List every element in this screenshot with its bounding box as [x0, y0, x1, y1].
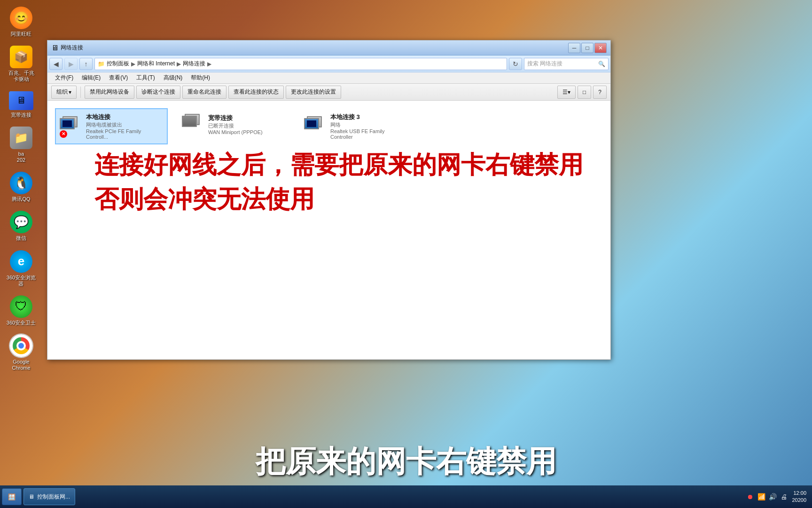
qq-icon: 🐧 — [10, 172, 32, 194]
tray-print-icon: 🖨 — [780, 492, 788, 501]
organize-button[interactable]: 组织 ▾ — [51, 86, 77, 99]
search-bar[interactable]: 搜索 网络连接 🔍 — [524, 58, 609, 70]
window-title: 网络连接 — [61, 44, 83, 52]
360guard-label: 360安全卫士 — [7, 320, 36, 326]
wechat-label: 微信 — [16, 235, 26, 241]
change-settings-button[interactable]: 更改此连接的设置 — [286, 86, 341, 99]
windows-logo: 🪟 — [8, 493, 16, 500]
connection-local3-icon — [304, 115, 327, 138]
broadband-name: 宽带连接 — [208, 114, 263, 122]
address-bar[interactable]: 📁 控制面板 ▶ 网络和 Internet ▶ 网络连接 ▶ — [94, 58, 507, 70]
overlay-line2: 否则会冲突无法使用 — [94, 182, 601, 216]
content-area: ✕ 本地连接 网络电缆被拔出 Realtek PCIe FE Family Co… — [47, 101, 610, 359]
system-clock: 12:00 20200 — [792, 490, 806, 504]
search-placeholder: 搜索 网络连接 — [527, 60, 562, 68]
view-status-button[interactable]: 查看此连接的状态 — [228, 86, 284, 99]
bottom-caption: 把原来的网卡右键禁用 — [0, 441, 812, 482]
desktop-icon-qq[interactable]: 🐧 腾讯QQ — [2, 170, 40, 204]
disable-device-button[interactable]: 禁用此网络设备 — [85, 86, 134, 99]
desktop-icon-wechat[interactable]: 💬 微信 — [2, 209, 40, 243]
desktop-icon-winrar[interactable]: 📦 百兆、千兆卡驱动 — [2, 44, 40, 84]
connection-local1[interactable]: ✕ 本地连接 网络电缆被拔出 Realtek PCIe FE Family Co… — [55, 108, 168, 144]
forward-button[interactable]: ▶ — [64, 58, 78, 70]
connection-local3[interactable]: 本地连接 3 网络 Realtek USB FE Family Controll… — [299, 108, 412, 144]
clock-date: 20200 — [792, 497, 806, 504]
connection-broadband[interactable]: 宽带连接 已断开连接 WAN Miniport (PPPOE) — [177, 108, 290, 140]
maximize-button[interactable]: □ — [581, 43, 593, 53]
broadband-status: 已断开连接 — [208, 122, 263, 129]
menu-tools[interactable]: 工具(T) — [133, 73, 158, 83]
desktop-icon-lan[interactable]: 🖥 宽带连接 — [2, 89, 40, 120]
overlay-line1: 连接好网线之后，需要把原来的网卡右键禁用 — [94, 148, 601, 182]
title-bar-left: 🖥 网络连接 — [51, 44, 83, 52]
up-button[interactable]: ↑ — [79, 58, 93, 70]
menu-advanced[interactable]: 高级(N) — [160, 73, 187, 83]
lan-label: 宽带连接 — [11, 112, 31, 118]
local3-name: 本地连接 3 — [330, 113, 407, 121]
organize-arrow: ▾ — [69, 89, 71, 95]
rename-button[interactable]: 重命名此连接 — [182, 86, 226, 99]
disable-device-label: 禁用此网络设备 — [90, 88, 129, 96]
broadband-adapter: WAN Miniport (PPPOE) — [208, 129, 263, 135]
desktop-icon-aliwangwang[interactable]: 😊 阿里旺旺 — [2, 5, 40, 39]
view-status-label: 查看此连接的状态 — [234, 88, 279, 96]
taskbar: 🪟 🖥 控制面板网... ⏺ 📶 🔊 🖨 12:00 20200 — [0, 485, 812, 508]
desktop-icon-360guard[interactable]: 🛡 360安全卫士 — [2, 294, 40, 328]
menu-help[interactable]: 帮助(H) — [187, 73, 214, 83]
start-button[interactable]: 🪟 — [2, 488, 22, 505]
taskbar-cp-label: 控制面板网... — [37, 493, 70, 501]
menu-edit[interactable]: 编辑(E) — [78, 73, 104, 83]
taskbar-right: ⏺ 📶 🔊 🖨 12:00 20200 — [746, 490, 810, 504]
aliwangwang-label: 阿里旺旺 — [11, 31, 31, 37]
360browser-icon: e — [10, 250, 32, 273]
nav-bar: ◀ ▶ ↑ 📁 控制面板 ▶ 网络和 Internet ▶ 网络连接 ▶ ↻ 搜… — [47, 56, 610, 72]
taskbar-controlpanel[interactable]: 🖥 控制面板网... — [23, 488, 75, 505]
search-icon: 🔍 — [598, 61, 605, 67]
breadcrumb-network[interactable]: 网络和 Internet — [137, 60, 175, 68]
refresh-button[interactable]: ↻ — [509, 58, 522, 70]
help-button-toolbar[interactable]: ? — [593, 86, 607, 99]
diagnose-button[interactable]: 诊断这个连接 — [136, 86, 180, 99]
diagnose-label: 诊断这个连接 — [141, 88, 175, 96]
chrome-icon — [10, 334, 32, 357]
placeholder-icon: 📁 — [10, 127, 32, 149]
title-bar-controls: ─ □ ✕ — [568, 43, 607, 53]
placeholder-label: ba202 — [17, 151, 25, 163]
system-tray: ⏺ 📶 🔊 🖨 — [746, 492, 788, 501]
rename-label: 重命名此连接 — [187, 88, 221, 96]
connections-container: ✕ 本地连接 网络电缆被拔出 Realtek PCIe FE Family Co… — [47, 101, 610, 152]
back-button[interactable]: ◀ — [49, 58, 62, 70]
menu-view[interactable]: 查看(V) — [105, 73, 132, 83]
local3-status: 网络 — [330, 121, 407, 128]
toolbar-separator-1 — [80, 87, 81, 98]
desktop-icon-360browser[interactable]: e 360安全浏览器 — [2, 248, 40, 289]
connection-broadband-icon — [182, 113, 204, 135]
close-button[interactable]: ✕ — [594, 43, 607, 53]
winrar-label: 百兆、千兆卡驱动 — [8, 70, 34, 82]
360browser-label: 360安全浏览器 — [7, 275, 36, 287]
desktop-icon-placeholder[interactable]: 📁 ba202 — [2, 125, 40, 165]
lan-icon: 🖥 — [9, 91, 33, 110]
overlay-annotation: 连接好网线之后，需要把原来的网卡右键禁用 否则会冲突无法使用 — [94, 148, 601, 216]
breadcrumb-connections[interactable]: 网络连接 — [183, 60, 205, 68]
winrar-icon: 📦 — [10, 46, 32, 68]
desktop-icons-container: 😊 阿里旺旺 📦 百兆、千兆卡驱动 🖥 宽带连接 📁 ba202 — [0, 0, 42, 508]
taskbar-cp-icon: 🖥 — [29, 493, 34, 500]
aliwangwang-icon: 😊 — [10, 7, 32, 29]
connection-broadband-info: 宽带连接 已断开连接 WAN Miniport (PPPOE) — [208, 114, 263, 135]
organize-label: 组织 — [56, 88, 68, 96]
change-settings-label: 更改此连接的设置 — [291, 88, 336, 96]
chrome-label: GoogleChrome — [12, 359, 30, 371]
view-toggle-button[interactable]: ☰▾ — [557, 86, 576, 99]
wechat-icon: 💬 — [10, 211, 32, 233]
preview-toggle-button[interactable]: □ — [578, 86, 591, 99]
local1-status: 网络电缆被拔出 — [86, 121, 163, 128]
qq-label: 腾讯QQ — [12, 196, 30, 202]
menu-file[interactable]: 文件(F) — [51, 73, 77, 83]
toolbar: 组织 ▾ 禁用此网络设备 诊断这个连接 重命名此连接 查看此连接的状态 更改此连… — [47, 84, 610, 101]
desktop-icon-chrome[interactable]: GoogleChrome — [2, 333, 40, 373]
breadcrumb-controlpanel[interactable]: 控制面板 — [107, 60, 129, 68]
connection-local3-info: 本地连接 3 网络 Realtek USB FE Family Controll… — [330, 113, 407, 140]
tray-volume-icon: 🔊 — [768, 492, 777, 501]
minimize-button[interactable]: ─ — [568, 43, 580, 53]
